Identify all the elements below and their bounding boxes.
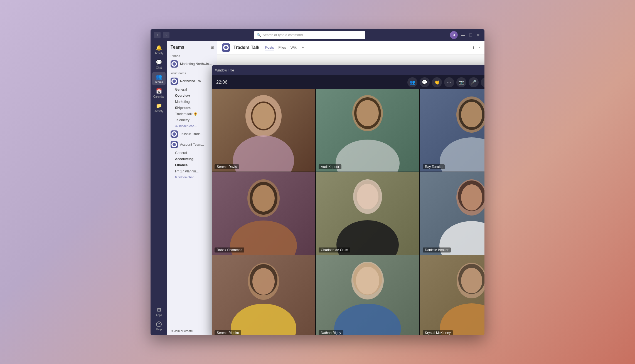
calendar-label: Calendar [153,95,165,98]
call-window-title: Window Title [215,68,234,72]
sidebar-item-files[interactable]: 📁 Activity [152,101,166,114]
channel-finance[interactable]: Finance [167,162,217,168]
video-cell-0: Serena Davis [212,89,315,172]
forward-button[interactable]: › [163,32,169,38]
user-avatar[interactable]: U [450,31,458,39]
sidebar-item-help[interactable]: ? Help [152,320,166,333]
svg-point-35 [440,303,484,335]
files-label: Activity [154,110,163,113]
camera-button[interactable]: 📷 [456,77,466,87]
apps-icon: ⊞ [157,307,161,313]
maximize-button[interactable]: ☐ [468,32,473,38]
calendar-icon: 📅 [156,88,162,94]
channel-accounting[interactable]: Accounting [167,156,217,162]
back-button[interactable]: ‹ [154,32,161,38]
channel-telemetry[interactable]: Telemetry [167,117,217,123]
person-silhouette-1 [227,91,300,172]
apps-label: Apps [156,314,162,317]
help-icon: ? [156,321,162,327]
sidebar-item-calendar[interactable]: 📅 Calendar [152,86,166,100]
app-window: ‹ › 🔍 Search or type a command U — ☐ ✕ 🔔… [151,29,484,335]
more-button[interactable]: ··· [444,77,454,87]
share-button[interactable]: 🖥 [481,77,484,87]
filter-icon[interactable]: ⊞ [211,45,214,49]
close-button[interactable]: ✕ [476,32,481,38]
person-silhouette-7 [227,257,300,335]
channel-general-1[interactable]: General [167,86,217,93]
more-icon[interactable]: ··· [476,45,480,50]
minimize-button[interactable]: — [460,32,466,38]
svg-point-2 [252,103,275,129]
channel-general-2[interactable]: General [167,150,217,156]
microphone-button[interactable]: 🎤 [469,77,479,87]
channel-marketing[interactable]: Marketing [167,99,217,105]
call-timer: 22:06 [216,80,227,85]
teams-label: Teams [155,81,163,84]
team-account[interactable]: Account Team... [167,139,217,150]
person-silhouette-9 [435,257,484,335]
icon-sidebar: 🔔 Activity 💬 Chat 👥 Teams 📅 Calendar 📁 A… [151,41,167,335]
participants-button[interactable]: 👥 [407,77,417,87]
name-aadi: Aadi Kapoor [319,164,341,169]
channel-name: Traders Talk [233,45,259,50]
tab-files[interactable]: Files [279,44,286,51]
video-cell-4: Charlotte de Crum [316,172,419,255]
join-icon: ⊕ [171,329,173,333]
channel-tabs: Posts Files Wiki + [265,44,304,51]
channel-overview[interactable]: Overview [167,93,217,99]
channel-shiproom[interactable]: Shiproom [167,105,217,111]
pinned-team-marketing[interactable]: Marketing Northwind Trad... [167,59,217,69]
video-person-charlotte [316,172,419,255]
video-person-serena-r [212,255,315,335]
reactions-button[interactable]: 👋 [432,77,442,87]
name-nathan: Nathan Rigby [319,330,343,335]
sidebar-item-apps[interactable]: ⊞ Apps [152,305,166,318]
svg-point-18 [357,184,378,209]
search-placeholder: Search or type a command [263,33,303,37]
channel-fy17[interactable]: FY 17 Plannin... [167,168,217,174]
call-title-bar: Window Title — ☐ ✕ [212,65,484,75]
teams-panel-header: Teams ⊞ [167,41,217,52]
team-tailspin[interactable]: Tailspin Trade... [167,129,217,139]
video-person-danielle [420,172,484,255]
tab-posts[interactable]: Posts [265,44,274,51]
name-krystal: Krystal McKinney [423,330,453,335]
svg-point-34 [461,268,482,293]
channel-hidden-32[interactable]: 32 hidden cha... [167,123,217,129]
window-controls: U — ☐ ✕ [450,31,481,39]
sidebar-item-chat[interactable]: 💬 Chat [152,58,166,71]
video-person-krystal [420,255,484,335]
sidebar-item-teams[interactable]: 👥 Teams [152,72,166,85]
team-northwind[interactable]: Northwind Tra... [167,76,217,86]
chat-label: Chat [156,66,162,69]
svg-point-7 [336,140,400,172]
video-cell-6: Serena Ribeiro [212,255,315,335]
person-silhouette-3 [435,91,484,172]
join-or-create[interactable]: ⊕ Join or create [167,327,217,335]
svg-point-30 [356,267,379,294]
video-cell-2: Ray Tanaka [420,89,484,172]
person-silhouette-8 [331,257,404,335]
channel-hidden-6[interactable]: 6 hidden chan... [167,174,217,180]
call-controls: 👥 💬 👋 ··· 📷 🎤 🖥 📞 Leave [407,77,484,87]
sidebar-item-activity[interactable]: 🔔 Activity [152,43,166,56]
tab-wiki[interactable]: Wiki [291,44,297,51]
video-cell-8: Krystal McKinney [420,255,484,335]
svg-point-6 [356,100,379,126]
nav-controls: ‹ › [154,32,169,38]
video-person-nathan [316,255,419,335]
pinned-label: Pinned [167,52,217,59]
video-person-babak [212,172,315,255]
chat-button[interactable]: 💬 [420,77,430,87]
sidebar-bottom: ⊞ Apps ? Help [152,305,166,335]
person-silhouette-2 [331,91,404,172]
person-silhouette-4 [227,174,300,254]
video-cell-1: Aadi Kapoor [316,89,419,172]
search-bar[interactable]: 🔍 Search or type a command [254,31,365,39]
name-ray: Ray Tanaka [423,164,445,169]
svg-point-11 [440,137,484,172]
info-icon[interactable]: ℹ [472,45,474,50]
channel-traders-talk[interactable]: Traders talk 🌻 [167,111,217,117]
tab-add[interactable]: + [302,44,304,51]
video-cell-5: Danielle Booker [420,172,484,255]
